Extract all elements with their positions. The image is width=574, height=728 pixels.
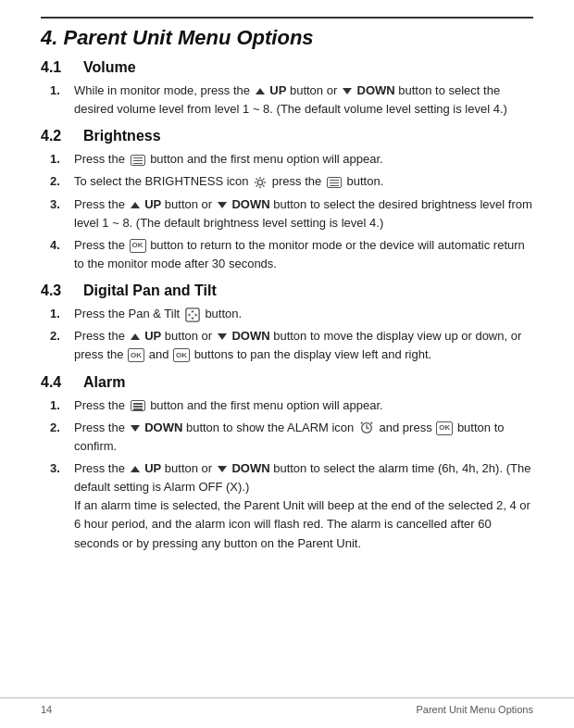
- footer-page-number: 14: [41, 704, 52, 715]
- alarm-icon: [359, 420, 374, 435]
- svg-marker-13: [194, 313, 197, 317]
- page-content: 4. Parent Unit Menu Options 4.1 Volume W…: [0, 0, 574, 594]
- page-title: 4. Parent Unit Menu Options: [41, 17, 533, 50]
- section-4-1-header: 4.1 Volume: [41, 59, 533, 76]
- svg-line-18: [370, 422, 372, 424]
- down-icon: [131, 425, 140, 432]
- section-4-4-title: Alarm: [83, 374, 125, 391]
- up-icon: [131, 466, 140, 472]
- down-icon: [343, 88, 352, 94]
- svg-point-0: [258, 180, 263, 184]
- down-icon: [218, 202, 227, 208]
- list-item-content: Press the button and the first menu opti…: [74, 150, 533, 169]
- section-4-3-number: 4.3: [41, 282, 67, 299]
- footer-section-title: Parent Unit Menu Options: [416, 704, 533, 715]
- down-icon: [218, 333, 227, 340]
- list-item-content: Press the UP button or DOWN button to mo…: [74, 327, 533, 364]
- list-item-content: While in monitor mode, press the UP butt…: [74, 82, 533, 119]
- svg-line-5: [256, 179, 258, 181]
- svg-marker-11: [191, 317, 194, 320]
- list-item: Press the DOWN button to show the ALARM …: [50, 419, 533, 456]
- list-item-content: Press the UP button or DOWN button to se…: [74, 459, 533, 553]
- section-4-4-list: Press the button and the first menu opti…: [50, 396, 533, 553]
- list-item: Press the UP button or DOWN button to se…: [50, 195, 533, 232]
- section-4-4-header: 4.4 Alarm: [41, 374, 533, 391]
- list-item-content: To select the BRIGHTNESS icon press the …: [74, 172, 533, 191]
- list-item-content: Press the UP button or DOWN button to se…: [74, 195, 533, 232]
- section-4-2-number: 4.2: [41, 128, 67, 144]
- up-icon: [131, 202, 140, 208]
- section-4-1-title: Volume: [83, 59, 136, 76]
- ok-icon-2: OK: [128, 348, 144, 362]
- svg-line-17: [361, 422, 363, 424]
- ok-icon-4: OK: [436, 421, 453, 435]
- list-item-content: Press the DOWN button to show the ALARM …: [74, 419, 533, 456]
- section-4-3-list: Press the Pan & Tilt button. Press the U…: [50, 305, 533, 364]
- list-item: Press the button and the first menu opti…: [50, 396, 533, 415]
- section-4-3-title: Digital Pan and Tilt: [83, 282, 217, 299]
- down-icon: [218, 466, 227, 472]
- list-item: Press the UP button or DOWN button to mo…: [50, 327, 533, 364]
- list-item: While in monitor mode, press the UP butt…: [50, 82, 533, 119]
- section-4-3-header: 4.3 Digital Pan and Tilt: [41, 282, 533, 299]
- section-4-2-list: Press the button and the first menu opti…: [50, 150, 533, 273]
- up-icon: [256, 88, 265, 94]
- list-item-content: Press the OK button to return to the mon…: [74, 236, 533, 273]
- section-4-1-number: 4.1: [41, 59, 67, 76]
- ok-icon: OK: [130, 239, 146, 253]
- section-4-1-list: While in monitor mode, press the UP butt…: [50, 82, 533, 119]
- menu-icon-2: [327, 177, 342, 188]
- svg-marker-12: [187, 313, 190, 317]
- ok-icon-3: OK: [173, 348, 190, 362]
- pan-tilt-icon: [185, 308, 200, 322]
- list-item: Press the OK button to return to the mon…: [50, 236, 533, 273]
- menu-icon: [131, 155, 145, 166]
- svg-line-7: [263, 179, 265, 181]
- menu-icon-3: [131, 400, 145, 411]
- list-item-content: Press the button and the first menu opti…: [74, 396, 533, 415]
- list-item: Press the button and the first menu opti…: [50, 150, 533, 169]
- brightness-icon: [254, 176, 267, 189]
- list-item: Press the UP button or DOWN button to se…: [50, 459, 533, 553]
- list-item: To select the BRIGHTNESS icon press the …: [50, 172, 533, 191]
- page-footer: 14 Parent Unit Menu Options: [0, 697, 574, 715]
- section-4-4-number: 4.4: [41, 374, 67, 391]
- svg-marker-10: [191, 309, 194, 312]
- section-4-2-header: 4.2 Brightness: [41, 128, 533, 144]
- svg-line-6: [263, 185, 265, 187]
- list-item: Press the Pan & Tilt button.: [50, 305, 533, 323]
- up-icon: [131, 333, 140, 340]
- list-item-content: Press the Pan & Tilt button.: [74, 305, 533, 323]
- section-4-2-title: Brightness: [83, 128, 161, 144]
- svg-line-8: [256, 185, 258, 187]
